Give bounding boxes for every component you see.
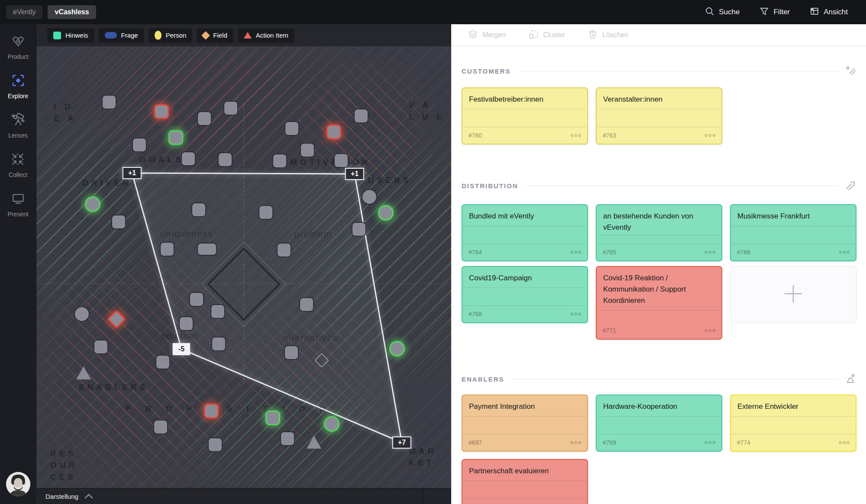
sidebar-item-present[interactable]: Present [7,191,28,218]
canvas-note[interactable] [210,304,225,319]
filter-label: Filter [773,8,790,16]
legend-chip-field[interactable]: Field [197,28,233,43]
card-payment-integration[interactable]: Payment Integration #697 [462,395,588,452]
canvas-note[interactable] [208,437,223,452]
canvas-note[interactable] [277,243,291,257]
canvas-action-node[interactable] [76,366,91,379]
cluster-button[interactable]: Cluster [528,29,565,41]
canvas-note[interactable] [189,292,204,307]
canvas-person-green[interactable] [389,341,405,356]
card-covid-campaign[interactable]: Covid19-Campaign #768 [462,266,588,323]
canvas-person-node[interactable] [74,306,90,322]
canvas-note-green[interactable] [265,411,280,425]
canvas-note[interactable] [223,101,238,116]
legend-chip-person[interactable]: Person [149,28,193,43]
lanes-icon[interactable] [845,65,856,77]
section-rule [511,379,838,379]
canvas-note[interactable] [197,111,212,126]
canvas-note[interactable] [280,431,295,446]
sidebar-item-explore[interactable]: Explore [8,73,28,100]
canvas-note[interactable] [284,345,299,360]
legend-chip-frage[interactable]: Frage [99,28,144,43]
canvas-note[interactable] [272,154,287,168]
avatar[interactable] [6,472,30,496]
canvas-note[interactable] [299,297,314,312]
canvas-note[interactable] [102,95,116,109]
legend-chip-action-item[interactable]: Action Item [238,28,294,43]
filter-icon [759,6,769,18]
canvas-note[interactable] [218,152,233,167]
card-covid-reaktion[interactable]: Covid-19 Reaktion / Kommunikation / Supp… [596,266,722,340]
canvas-note[interactable] [352,222,366,237]
canvas-note[interactable] [153,420,168,434]
tab-vcashless[interactable]: vCashless [48,5,96,19]
card-externe-entwickler[interactable]: Externe Entwickler #774 [730,395,856,452]
canvas-note[interactable] [181,151,196,166]
card-bestehende-kunden[interactable]: an bestehende Kunden von vEvently #765 [596,204,722,261]
canvas-note[interactable] [259,205,273,220]
score-badge[interactable]: -5 [173,343,190,355]
canvas-note[interactable] [197,243,217,256]
canvas-note[interactable] [111,215,126,229]
view-button[interactable]: Ansicht [810,6,848,18]
card-bundled[interactable]: Bundled mit eVently #764 [462,204,588,261]
canvas-note[interactable] [94,340,108,354]
card-menu-button[interactable] [571,313,581,315]
sidebar-item-product[interactable]: Product [7,34,28,60]
merge-label: Mergen [482,31,506,39]
canvas-person-green[interactable] [378,205,394,221]
card-veranstalter[interactable]: Veranstalter:innen #763 [596,87,722,144]
canvas-person-green[interactable] [85,196,100,212]
canvas-note[interactable] [334,153,349,168]
lens-icon[interactable] [845,373,856,385]
score-badge[interactable]: +1 [123,167,142,179]
search-button[interactable]: Suche [705,6,740,18]
delete-button[interactable]: Löschen [588,29,629,41]
canvas-note[interactable] [191,202,206,217]
canvas-note[interactable] [354,109,368,123]
canvas-note[interactable] [155,355,170,369]
trend-icon[interactable] [845,180,856,191]
canvas-note-red[interactable] [154,104,169,119]
card-partnerschaft[interactable]: Partnerschaft evaluieren [462,459,588,504]
darstellung-toggle[interactable]: Darstellung [36,493,93,500]
canvas-note[interactable] [132,138,147,152]
canvas-note-red[interactable] [326,125,341,139]
legend-chip-hinweis[interactable]: Hinweis [47,28,94,43]
explore-canvas[interactable]: I DE A V AL U E GOALS DRIVERS MOTIVATION… [36,46,451,488]
card-menu-button[interactable] [571,134,581,137]
sidebar-label-product: Product [7,53,28,60]
distribution-card-row-1: Bundled mit eVently #764 an bestehende K… [462,204,856,261]
card-menu-button[interactable] [705,134,715,137]
tab-evently[interactable]: eVently [6,5,42,19]
canvas-note[interactable] [211,337,226,351]
card-menu-button[interactable] [839,441,850,444]
sidebar-item-collect[interactable]: Collect [9,152,27,178]
legend-label: Action Item [256,32,288,39]
card-menu-button[interactable] [705,441,715,444]
card-hardware-kooperation[interactable]: Hardware-Kooperation #769 [596,395,722,452]
merge-button[interactable]: Mergen [468,29,506,41]
card-musikmesse[interactable]: Musikmesse Frankfurt #766 [730,204,856,261]
canvas-note-green[interactable] [168,130,183,145]
canvas-note[interactable] [160,242,174,257]
canvas-person-node[interactable] [362,189,377,205]
score-badge[interactable]: +7 [392,437,411,449]
filter-button[interactable]: Filter [759,6,790,18]
canvas-note[interactable] [179,316,194,331]
card-menu-button[interactable] [571,441,581,444]
card-festivalbetreiber[interactable]: Festivalbetreiber:innen #760 [462,87,588,144]
canvas-action-node[interactable] [307,436,321,449]
canvas-person-green[interactable] [324,416,339,432]
add-card-button[interactable] [730,266,856,323]
card-menu-button[interactable] [571,251,581,254]
canvas-note[interactable] [300,143,315,157]
canvas-note-red[interactable] [204,404,219,418]
score-badge[interactable]: +1 [345,168,364,180]
card-menu-button[interactable] [705,329,715,332]
sidebar-item-lenses[interactable]: Lenses [8,112,28,139]
card-menu-button[interactable] [839,251,850,254]
card-menu-button[interactable] [705,251,715,254]
card-id: #769 [603,439,616,446]
canvas-note[interactable] [284,121,299,136]
